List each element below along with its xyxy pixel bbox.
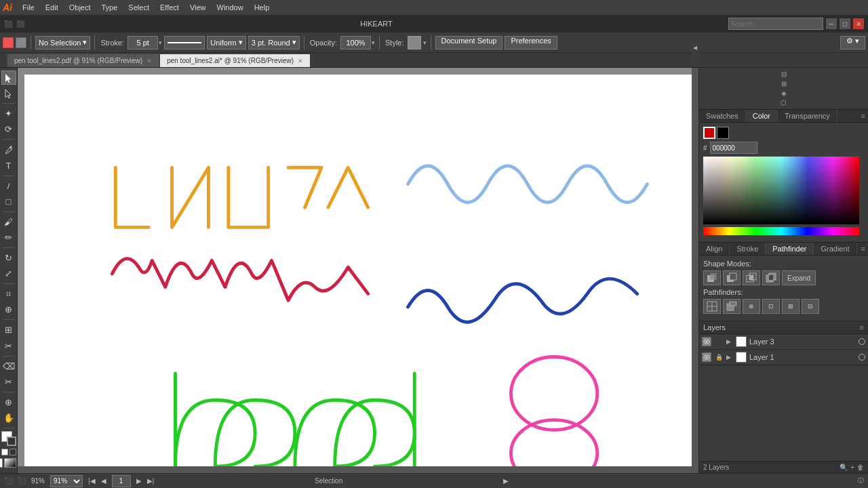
pf-outline-btn[interactable]: ⊠ bbox=[782, 299, 800, 314]
menu-file[interactable]: File bbox=[18, 2, 39, 13]
menu-effect[interactable]: Effect bbox=[155, 2, 184, 13]
layer-1-target[interactable] bbox=[859, 354, 865, 361]
color-spectrum-bar[interactable] bbox=[703, 227, 859, 235]
menu-window[interactable]: Window bbox=[212, 2, 248, 13]
tool-zoom[interactable]: ⊕ bbox=[1, 395, 16, 409]
horizontal-scrollbar[interactable] bbox=[18, 466, 692, 473]
tab-close-pdf[interactable]: ✕ bbox=[146, 58, 152, 64]
tab-close-ai[interactable]: ✕ bbox=[298, 58, 303, 64]
statusbar-icon-1[interactable]: ⬛ bbox=[4, 477, 12, 485]
panel-icon-color[interactable]: ◈ bbox=[781, 89, 787, 97]
stroke-end-dropdown[interactable]: 3 pt. Round ▾ bbox=[248, 36, 300, 49]
background-color-box[interactable] bbox=[717, 127, 729, 139]
tool-scissors[interactable]: ✂ bbox=[1, 375, 16, 389]
tool-selection[interactable] bbox=[1, 70, 16, 85]
canvas-area[interactable] bbox=[18, 68, 698, 473]
color-mode-solid[interactable] bbox=[0, 458, 3, 468]
menu-help[interactable]: Help bbox=[250, 2, 275, 13]
stroke-indicator[interactable] bbox=[7, 436, 16, 446]
pathfinder-options-icon[interactable]: ≡ bbox=[859, 243, 868, 255]
panel-icon-align[interactable]: ⊟ bbox=[781, 70, 787, 78]
layer-1-visibility[interactable] bbox=[702, 352, 711, 362]
swap-colors[interactable] bbox=[1, 449, 8, 455]
foreground-color-box[interactable] bbox=[703, 127, 715, 139]
tool-hand[interactable]: ✋ bbox=[1, 411, 16, 425]
layer-3-expand[interactable]: ▶ bbox=[726, 338, 733, 345]
vertical-scrollbar[interactable] bbox=[692, 68, 698, 473]
stroke-width-input[interactable] bbox=[127, 36, 158, 49]
stroke-color-swatch[interactable] bbox=[3, 37, 14, 48]
tool-scale[interactable]: ⤢ bbox=[1, 266, 16, 281]
layers-options-icon[interactable]: ≡ bbox=[860, 323, 864, 331]
tool-paintbrush[interactable]: 🖌 bbox=[1, 215, 16, 229]
tab-pdf[interactable]: pen tool_lines2.pdf @ 91% (RGB/Preview) … bbox=[7, 54, 159, 67]
tool-pencil[interactable]: ✏ bbox=[1, 230, 16, 245]
menu-view[interactable]: View bbox=[185, 2, 211, 13]
layer-3-visibility[interactable] bbox=[702, 337, 711, 346]
tool-line[interactable]: / bbox=[1, 179, 16, 193]
pf-divide-btn[interactable] bbox=[703, 299, 721, 314]
pf-crop-btn[interactable]: ⊡ bbox=[762, 299, 780, 314]
tool-artboard[interactable]: ⊞ bbox=[1, 323, 16, 337]
panel-options-icon[interactable]: ≡ bbox=[859, 110, 868, 122]
menu-select[interactable]: Select bbox=[123, 2, 154, 13]
tool-slice[interactable]: ✂ bbox=[1, 339, 16, 353]
tab-ai[interactable]: pen tool_lines2.ai* @ 91% (RGB/Preview) … bbox=[159, 54, 311, 67]
panel-icon-swatches[interactable]: ⬡ bbox=[781, 99, 787, 106]
stroke-type-dropdown[interactable]: Uniform ▾ bbox=[207, 36, 246, 49]
nav-next[interactable]: ▶ bbox=[136, 477, 142, 485]
tab-gradient[interactable]: Gradient bbox=[814, 243, 856, 255]
tab-color[interactable]: Color bbox=[746, 110, 778, 122]
pf-trim-btn[interactable] bbox=[723, 299, 741, 314]
pf-exclude-btn[interactable] bbox=[762, 270, 780, 285]
nav-prev[interactable]: ◀ bbox=[101, 477, 106, 485]
tab-swatches[interactable]: Swatches bbox=[699, 110, 746, 122]
info-icon[interactable]: ⓘ bbox=[858, 476, 864, 485]
tab-align[interactable]: Align bbox=[699, 243, 730, 255]
color-canvas[interactable] bbox=[703, 157, 859, 224]
tab-transparency[interactable]: Transparency bbox=[778, 110, 837, 122]
pf-minus-btn[interactable] bbox=[723, 270, 741, 285]
panel-icon-pathfinder[interactable]: ⊞ bbox=[781, 80, 787, 87]
tool-eraser[interactable]: ⌫ bbox=[1, 359, 16, 373]
pf-unite-btn[interactable] bbox=[703, 270, 721, 285]
layer-3-lock[interactable] bbox=[714, 337, 724, 346]
expand-button[interactable]: Expand bbox=[782, 270, 816, 285]
tool-rect[interactable]: □ bbox=[1, 195, 16, 209]
search-input[interactable] bbox=[728, 18, 823, 30]
minimize-button[interactable]: ─ bbox=[826, 18, 837, 29]
layer-1-expand[interactable]: ▶ bbox=[726, 354, 733, 361]
nav-first[interactable]: |◀ bbox=[88, 477, 96, 485]
layer-search-icon[interactable]: 🔍 bbox=[840, 464, 848, 471]
layer-3-target[interactable] bbox=[859, 338, 865, 345]
tool-magic-wand[interactable]: ✦ bbox=[1, 106, 16, 121]
menu-type[interactable]: Type bbox=[97, 2, 123, 13]
statusbar-icon-2[interactable]: ⬛ bbox=[18, 477, 26, 485]
pf-minus-back-btn[interactable]: ⊟ bbox=[802, 299, 819, 314]
tool-blend[interactable]: ⌗ bbox=[1, 287, 16, 301]
fill-color-swatch[interactable] bbox=[16, 37, 26, 48]
zoom-select[interactable]: 91% 100% 50% bbox=[50, 475, 83, 487]
layer-1-lock[interactable]: 🔒 bbox=[714, 352, 724, 362]
layer-row-1[interactable]: 🔒 ▶ Layer 1 bbox=[699, 350, 868, 365]
panel-collapse-arrow[interactable]: ◀ bbox=[692, 34, 698, 61]
pf-merge-btn[interactable]: ⊗ bbox=[743, 299, 760, 314]
style-swatch[interactable] bbox=[408, 36, 421, 49]
tab-pathfinder[interactable]: Pathfinder bbox=[766, 243, 814, 255]
page-input[interactable] bbox=[112, 475, 131, 487]
color-mode-gradient[interactable] bbox=[4, 458, 16, 468]
maximize-button[interactable]: □ bbox=[840, 18, 850, 29]
tool-direct-select[interactable] bbox=[1, 86, 16, 100]
close-button[interactable]: ✕ bbox=[853, 18, 864, 29]
color-gradient-picker[interactable] bbox=[703, 157, 859, 224]
nav-last[interactable]: ▶| bbox=[147, 477, 155, 485]
menu-edit[interactable]: Edit bbox=[41, 2, 63, 13]
default-colors[interactable] bbox=[9, 449, 16, 455]
selection-dropdown[interactable]: No Selection ▾ bbox=[35, 36, 90, 49]
preferences-button[interactable]: Preferences bbox=[505, 36, 557, 49]
tab-stroke[interactable]: Stroke bbox=[730, 243, 766, 255]
status-arrow[interactable]: ▶ bbox=[503, 477, 509, 485]
document-setup-button[interactable]: Document Setup bbox=[435, 36, 503, 49]
workspace-button[interactable]: ⚙ ▾ bbox=[840, 36, 865, 49]
layer-add-icon[interactable]: + bbox=[850, 464, 854, 471]
